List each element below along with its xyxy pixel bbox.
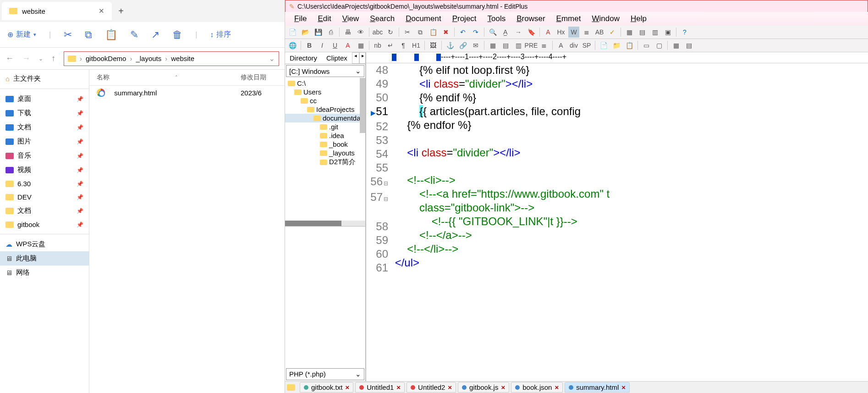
window-icon[interactable]: ▦ bbox=[624, 27, 635, 38]
underline-icon[interactable]: U bbox=[330, 40, 341, 51]
br-icon[interactable]: ↵ bbox=[385, 40, 396, 51]
pin-icon[interactable]: 📌 bbox=[77, 194, 83, 200]
form-icon[interactable]: ▭ bbox=[641, 40, 652, 51]
nbsp-icon[interactable]: nb bbox=[372, 40, 383, 51]
link-icon[interactable]: 🔗 bbox=[457, 40, 468, 51]
tree-item[interactable]: .git bbox=[285, 122, 365, 131]
undo-icon[interactable]: ↶ bbox=[457, 27, 468, 38]
menu-window[interactable]: Window bbox=[592, 14, 619, 23]
copy-icon[interactable]: ⧉ bbox=[415, 27, 426, 38]
pin-icon[interactable]: 📌 bbox=[77, 138, 83, 145]
menu-emmet[interactable]: Emmet bbox=[556, 14, 581, 23]
column-name[interactable]: 名称˄ bbox=[97, 73, 241, 82]
font-icon[interactable]: A bbox=[543, 27, 554, 38]
sort-button[interactable]: ↕ 排序 bbox=[210, 30, 231, 39]
col-icon[interactable]: ▥ bbox=[513, 40, 524, 51]
close-icon[interactable]: × bbox=[448, 383, 452, 391]
anchor-icon[interactable]: ⚓ bbox=[445, 40, 456, 51]
menu-search[interactable]: Search bbox=[370, 14, 395, 23]
forward-icon[interactable]: → bbox=[22, 54, 30, 63]
folder-icon[interactable] bbox=[287, 384, 295, 391]
menu-view[interactable]: View bbox=[342, 14, 359, 23]
mail-icon[interactable]: ✉ bbox=[470, 40, 481, 51]
tab-cliptext[interactable]: Cliptex bbox=[322, 52, 352, 64]
doc-tab[interactable]: summary.html× bbox=[565, 382, 630, 393]
sidebar-item[interactable]: 文档📌 bbox=[0, 120, 89, 134]
tab-directory[interactable]: Directory bbox=[285, 52, 322, 64]
column-date[interactable]: 修改日期 bbox=[241, 73, 277, 82]
span-icon[interactable]: SP bbox=[581, 40, 592, 51]
preview-icon[interactable]: 👁 bbox=[355, 27, 366, 38]
encoding-icon[interactable]: AB bbox=[594, 27, 605, 38]
tree-item[interactable]: C:\ bbox=[285, 79, 365, 88]
close-icon[interactable]: × bbox=[501, 383, 505, 391]
up-icon[interactable]: ↑ bbox=[51, 54, 55, 63]
sidebar-item[interactable]: 视频📌 bbox=[0, 163, 89, 177]
tile-icon[interactable]: ▥ bbox=[649, 27, 660, 38]
prev-icon[interactable]: ◂ bbox=[352, 52, 359, 64]
doc-tab[interactable]: Untitled2× bbox=[407, 382, 456, 393]
breadcrumb-item[interactable]: website bbox=[171, 55, 194, 62]
tool2-icon[interactable]: 📁 bbox=[611, 40, 622, 51]
doc-tab[interactable]: gitbook.txt× bbox=[300, 382, 353, 393]
tree-item[interactable]: .idea bbox=[285, 131, 365, 140]
sidebar-item[interactable]: 文档📌 bbox=[0, 204, 89, 218]
new-file-icon[interactable]: 📄 bbox=[287, 27, 298, 38]
frame-icon[interactable]: ▦ bbox=[670, 40, 681, 51]
drive-select[interactable]: [C:] Windows ⌄ bbox=[286, 65, 364, 77]
menu-project[interactable]: Project bbox=[452, 14, 477, 23]
italic-icon[interactable]: I bbox=[317, 40, 328, 51]
close-icon[interactable]: × bbox=[396, 383, 401, 391]
close-icon[interactable]: × bbox=[345, 383, 349, 391]
pin-icon[interactable]: 📌 bbox=[77, 153, 83, 159]
new-tab-button[interactable]: + bbox=[112, 6, 130, 17]
indent-icon[interactable]: ≣ bbox=[581, 27, 592, 38]
breadcrumb-item[interactable]: gitbookDemo bbox=[86, 55, 126, 62]
refresh-icon[interactable]: ↻ bbox=[385, 27, 396, 38]
menu-help[interactable]: Help bbox=[631, 14, 647, 23]
explorer-tab[interactable]: website ✕ bbox=[2, 2, 112, 20]
open-icon[interactable]: 📂 bbox=[300, 27, 311, 38]
find-icon[interactable]: 🔍 bbox=[487, 27, 498, 38]
doc-tab[interactable]: Untitled1× bbox=[355, 382, 405, 393]
list-icon[interactable]: ≣ bbox=[538, 40, 549, 51]
tree-item[interactable]: _book bbox=[285, 140, 365, 149]
chevron-down-icon[interactable]: ⌄ bbox=[269, 55, 275, 63]
sidebar-item[interactable]: ☁WPS云盘 bbox=[0, 237, 89, 251]
script-icon[interactable]: A bbox=[555, 40, 566, 51]
cut-icon[interactable]: ✂ bbox=[402, 27, 413, 38]
sidebar-item[interactable]: 桌面📌 bbox=[0, 92, 89, 106]
bookmark-icon[interactable]: 🔖 bbox=[526, 27, 537, 38]
redo-icon[interactable]: ↷ bbox=[470, 27, 481, 38]
sidebar-home[interactable]: ⌂ 主文件夹 bbox=[0, 72, 89, 86]
split-icon[interactable]: ▤ bbox=[637, 27, 648, 38]
pin-icon[interactable]: 📌 bbox=[77, 110, 83, 116]
save-icon[interactable]: 💾 bbox=[313, 27, 324, 38]
sidebar-item[interactable]: 🖥网络 bbox=[0, 266, 89, 280]
doc-tab[interactable]: book.json× bbox=[511, 382, 563, 393]
palette-icon[interactable]: ▦ bbox=[355, 40, 366, 51]
tool1-icon[interactable]: 📄 bbox=[598, 40, 609, 51]
div-icon[interactable]: div bbox=[568, 40, 579, 51]
sidebar-item[interactable]: 6.30📌 bbox=[0, 177, 89, 190]
share-icon[interactable]: ↗ bbox=[151, 29, 159, 41]
menu-browser[interactable]: Browser bbox=[516, 14, 545, 23]
heading-icon[interactable]: H1 bbox=[411, 40, 422, 51]
chevron-down-icon[interactable]: ⌄ bbox=[38, 55, 43, 62]
copy-icon[interactable]: ⧉ bbox=[85, 29, 92, 41]
image-icon[interactable]: 🖼 bbox=[428, 40, 439, 51]
cascade-icon[interactable]: ▣ bbox=[662, 27, 673, 38]
doc-tab[interactable]: gitbook.js× bbox=[458, 382, 509, 393]
close-tab-icon[interactable]: ✕ bbox=[99, 7, 104, 15]
tree-item[interactable]: D2T简介 bbox=[285, 157, 365, 167]
back-icon[interactable]: ← bbox=[5, 54, 14, 63]
check-icon[interactable]: ✓ bbox=[607, 27, 618, 38]
pin-icon[interactable]: 📌 bbox=[77, 124, 83, 131]
row-icon[interactable]: ▤ bbox=[500, 40, 511, 51]
wrap-icon[interactable]: W bbox=[568, 27, 579, 38]
tree-item[interactable]: Users bbox=[285, 88, 365, 96]
tool3-icon[interactable]: 📋 bbox=[624, 40, 635, 51]
browser-icon[interactable]: 🌐 bbox=[287, 40, 298, 51]
pre-icon[interactable]: PRE bbox=[526, 40, 537, 51]
filetype-select[interactable]: PHP (*.php) ⌄ bbox=[286, 368, 364, 380]
